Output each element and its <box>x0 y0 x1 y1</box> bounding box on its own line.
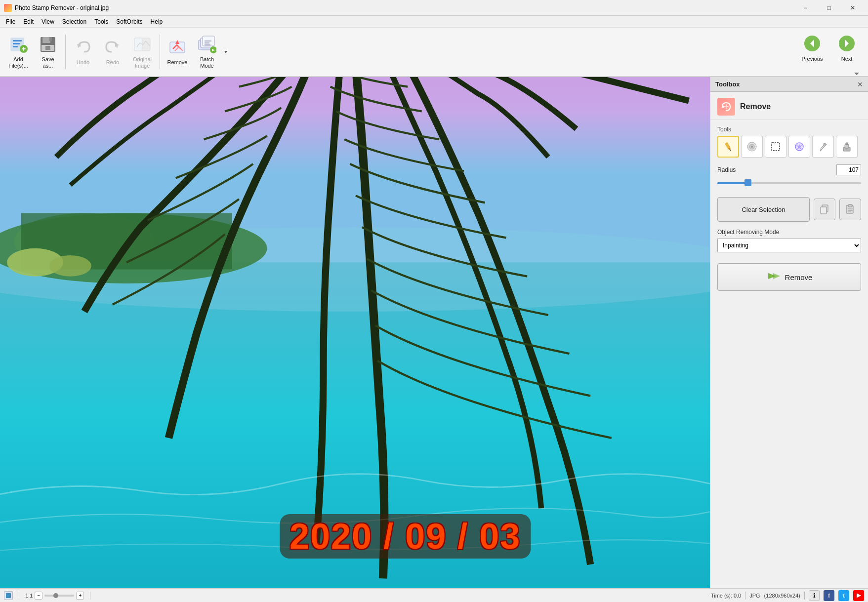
clear-selection-button[interactable]: Clear Selection <box>717 197 810 222</box>
next-icon <box>838 35 856 54</box>
youtube-button[interactable]: ▶ <box>853 590 864 601</box>
batch-mode-label: BatchMode <box>200 56 214 69</box>
menu-edit[interactable]: Edit <box>19 17 38 26</box>
undo-icon <box>73 38 93 57</box>
dropper-tool-button[interactable] <box>812 136 834 158</box>
menu-selection[interactable]: Selection <box>58 17 90 26</box>
toolbar: AddFile(s)... Saveas... Undo <box>0 28 868 77</box>
radius-value-input[interactable] <box>836 164 861 175</box>
timestamp: 2020 / 09 / 03 <box>280 514 531 559</box>
zoom-minus-button[interactable]: − <box>35 592 42 600</box>
menu-view[interactable]: View <box>38 17 58 26</box>
toolbox-title: Toolbox <box>715 80 740 88</box>
menu-file[interactable]: File <box>2 17 19 26</box>
add-file-button[interactable]: AddFile(s)... <box>4 30 33 74</box>
menu-help[interactable]: Help <box>147 17 167 26</box>
undo-label: Undo <box>77 59 89 66</box>
dimensions-label: (1280x960x24) <box>764 593 800 599</box>
original-image-button[interactable]: OriginalImage <box>128 30 157 74</box>
remove-toolbar-icon <box>167 38 187 57</box>
app-icon <box>4 4 12 12</box>
close-button[interactable]: ✕ <box>841 0 864 15</box>
marker-tool-button[interactable] <box>717 136 739 158</box>
add-file-icon <box>8 35 28 54</box>
svg-rect-8 <box>42 37 50 43</box>
zoom-plus-button[interactable]: + <box>76 592 84 600</box>
svg-rect-53 <box>848 204 852 207</box>
remove-toolbar-button[interactable]: Remove <box>163 30 192 74</box>
svg-point-43 <box>751 146 753 148</box>
next-button[interactable]: Next <box>829 26 864 70</box>
menu-bar: File Edit View Selection Tools SoftOrbit… <box>0 16 868 28</box>
svg-rect-44 <box>772 143 780 151</box>
previous-button[interactable]: Previous <box>795 26 829 70</box>
stamp-tool-button[interactable] <box>836 136 858 158</box>
remove-section-icon <box>717 98 735 116</box>
save-icon <box>38 35 58 54</box>
window-title: Photo Stamp Remover - original.jpg <box>15 4 109 11</box>
redo-icon <box>103 38 123 57</box>
radius-label: Radius <box>717 166 736 173</box>
paste-selection-button[interactable] <box>839 199 861 220</box>
status-led-inner <box>6 593 11 598</box>
nav-area: Previous Next <box>795 26 864 78</box>
batch-mode-icon <box>197 35 217 54</box>
magic-wand-tool-button[interactable] <box>788 136 810 158</box>
zoom-slider[interactable] <box>44 595 74 597</box>
tools-section: Tools <box>717 126 861 158</box>
menu-tools[interactable]: Tools <box>90 17 112 26</box>
facebook-button[interactable]: f <box>824 590 834 601</box>
slider-fill <box>717 182 746 184</box>
remove-action-button[interactable]: Remove <box>717 263 861 291</box>
status-right: Time (s): 0.0 JPG (1280x960x24) ℹ f t ▶ <box>711 590 864 601</box>
copy-selection-button[interactable] <box>814 199 835 220</box>
undo-button[interactable]: Undo <box>69 30 97 74</box>
batch-mode-button[interactable]: BatchMode <box>193 30 221 74</box>
radius-section: Radius <box>717 164 861 190</box>
remove-action-label: Remove <box>785 273 813 281</box>
original-image-icon <box>132 35 152 54</box>
twitter-button[interactable]: t <box>838 590 849 601</box>
rect-select-tool-button[interactable] <box>765 136 786 158</box>
image-area[interactable]: 2020 / 09 / 03 <box>0 77 710 588</box>
image-background: 2020 / 09 / 03 <box>0 77 710 588</box>
toolbox-remove-header: Remove <box>710 92 868 120</box>
sep-2 <box>90 592 90 600</box>
eraser-tool-button[interactable] <box>741 136 763 158</box>
svg-rect-2 <box>13 43 20 44</box>
minimize-button[interactable]: − <box>794 0 817 15</box>
remove-btn-row: Remove <box>717 263 861 291</box>
toolbox-header: Toolbox ✕ <box>710 77 868 92</box>
toolbox-panel: Toolbox ✕ Remove Tools <box>710 77 868 588</box>
zoom-thumb <box>53 593 58 598</box>
maximize-button[interactable]: □ <box>818 0 840 15</box>
mode-select[interactable]: Inpainting Smart Fill Clone <box>717 239 861 252</box>
window-controls: − □ ✕ <box>794 0 864 15</box>
radius-slider-container[interactable] <box>717 178 861 190</box>
save-as-button[interactable]: Saveas... <box>34 30 62 74</box>
redo-button[interactable]: Redo <box>98 30 127 74</box>
svg-rect-6 <box>23 47 24 51</box>
title-bar-left: Photo Stamp Remover - original.jpg <box>4 4 109 12</box>
svg-rect-49 <box>846 143 848 145</box>
svg-point-46 <box>824 143 826 145</box>
clear-selection-row: Clear Selection <box>717 197 861 222</box>
toolbar-dropdown-arrow[interactable] <box>222 30 229 74</box>
tools-row <box>717 136 861 158</box>
remove-section-label: Remove <box>740 102 771 111</box>
remove-arrow-icon <box>766 269 780 285</box>
save-as-label: Saveas... <box>41 56 54 69</box>
zoom-control: 1:1 − + <box>25 592 84 600</box>
info-button[interactable]: ℹ <box>809 590 820 601</box>
svg-rect-37 <box>722 106 724 108</box>
mode-label: Object Removing Mode <box>717 229 861 236</box>
tools-section-label: Tools <box>717 126 861 133</box>
image-canvas: 2020 / 09 / 03 <box>0 77 710 588</box>
toolbox-close-button[interactable]: ✕ <box>857 80 863 88</box>
menu-softorbits[interactable]: SoftOrbits <box>112 17 146 26</box>
nav-dropdown[interactable] <box>795 70 864 78</box>
toolbar-sep-2 <box>160 35 160 69</box>
original-image-label: OriginalImage <box>133 56 152 69</box>
mode-section: Object Removing Mode Inpainting Smart Fi… <box>717 229 861 252</box>
slider-thumb[interactable] <box>744 179 751 186</box>
